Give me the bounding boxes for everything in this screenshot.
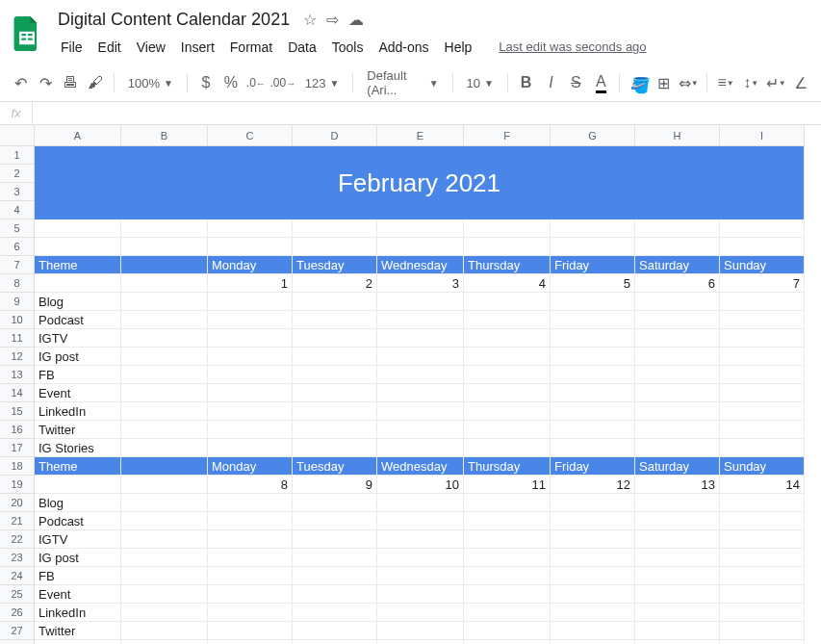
cell[interactable] — [464, 329, 551, 348]
cell[interactable] — [208, 567, 293, 585]
cell[interactable]: Twitter — [35, 622, 121, 640]
cell[interactable] — [464, 384, 551, 402]
cell[interactable] — [293, 329, 377, 348]
cell[interactable] — [551, 366, 635, 384]
cell[interactable] — [35, 476, 121, 494]
cell[interactable]: IGTV — [35, 530, 121, 549]
cell[interactable] — [551, 329, 635, 348]
cell[interactable] — [208, 348, 293, 366]
cell[interactable] — [208, 421, 293, 439]
cell[interactable]: IG Stories — [35, 640, 121, 644]
cell[interactable] — [635, 293, 720, 311]
cell[interactable] — [464, 640, 551, 644]
cell[interactable] — [464, 622, 551, 640]
cell[interactable] — [121, 640, 208, 644]
cell[interactable] — [720, 366, 805, 384]
cell[interactable] — [720, 439, 805, 457]
cell[interactable] — [377, 530, 464, 549]
cell[interactable] — [208, 384, 293, 402]
cell[interactable] — [121, 494, 208, 512]
cell[interactable]: Friday — [551, 457, 635, 476]
row-header[interactable]: 19 — [0, 476, 35, 494]
cell[interactable] — [208, 494, 293, 512]
row-header[interactable]: 2 — [0, 165, 35, 183]
row-header[interactable]: 9 — [0, 293, 35, 311]
cell[interactable] — [551, 219, 635, 238]
cell[interactable]: Blog — [35, 494, 121, 512]
cell[interactable] — [720, 219, 805, 238]
cell[interactable] — [208, 512, 293, 530]
cell[interactable] — [377, 585, 464, 604]
cell[interactable]: Theme — [35, 457, 121, 476]
cell[interactable] — [121, 311, 208, 329]
row-header[interactable]: 22 — [0, 530, 35, 549]
menu-addons[interactable]: Add-ons — [372, 36, 435, 59]
cell[interactable] — [464, 238, 551, 256]
bold-icon[interactable]: B — [515, 70, 536, 95]
move-icon[interactable]: ⇨ — [326, 11, 339, 29]
cell[interactable] — [293, 348, 377, 366]
cell[interactable] — [208, 439, 293, 457]
row-header[interactable]: 7 — [0, 256, 35, 274]
cell[interactable] — [377, 348, 464, 366]
cell[interactable] — [635, 549, 720, 567]
cell[interactable] — [293, 567, 377, 585]
cell[interactable]: Saturday — [635, 457, 720, 476]
cell[interactable]: LinkedIn — [35, 402, 121, 421]
cell[interactable]: Sunday — [720, 457, 805, 476]
row-header[interactable]: 1 — [0, 146, 35, 165]
cell[interactable] — [720, 238, 805, 256]
italic-icon[interactable]: I — [540, 70, 561, 95]
cell[interactable] — [551, 494, 635, 512]
col-header[interactable]: H — [635, 125, 720, 146]
cell[interactable] — [464, 293, 551, 311]
cell[interactable] — [551, 622, 635, 640]
cell[interactable] — [635, 585, 720, 604]
cell[interactable]: 3 — [377, 274, 464, 293]
menu-tools[interactable]: Tools — [325, 36, 371, 59]
col-header[interactable]: C — [208, 125, 293, 146]
cell[interactable] — [121, 329, 208, 348]
cell[interactable] — [551, 402, 635, 421]
cell[interactable] — [464, 366, 551, 384]
menu-view[interactable]: View — [130, 36, 172, 59]
last-edit-link[interactable]: Last edit was seconds ago — [492, 36, 653, 59]
cell[interactable] — [293, 238, 377, 256]
cell[interactable] — [208, 293, 293, 311]
cell[interactable] — [635, 421, 720, 439]
cell[interactable] — [377, 622, 464, 640]
cell[interactable] — [720, 421, 805, 439]
cell[interactable] — [293, 530, 377, 549]
cell[interactable] — [208, 549, 293, 567]
cell[interactable]: Podcast — [35, 311, 121, 329]
cell[interactable] — [377, 549, 464, 567]
cell[interactable]: IGTV — [35, 329, 121, 348]
cell[interactable]: Tuesday — [293, 457, 377, 476]
cell[interactable] — [551, 512, 635, 530]
cell[interactable] — [551, 311, 635, 329]
cell[interactable] — [377, 567, 464, 585]
cell[interactable] — [121, 366, 208, 384]
cell[interactable]: LinkedIn — [35, 604, 121, 622]
zoom-select[interactable]: 100%▼ — [122, 70, 179, 95]
cell[interactable] — [377, 494, 464, 512]
col-header[interactable]: G — [551, 125, 635, 146]
cell[interactable] — [635, 238, 720, 256]
font-size-select[interactable]: 10▼ — [461, 70, 500, 95]
wrap-icon[interactable]: ↵▼ — [765, 70, 786, 95]
cell[interactable] — [121, 512, 208, 530]
cell[interactable] — [293, 622, 377, 640]
menu-help[interactable]: Help — [438, 36, 479, 59]
cell[interactable] — [121, 439, 208, 457]
cell[interactable] — [377, 421, 464, 439]
month-banner[interactable]: February 2021 — [35, 146, 805, 219]
cell[interactable] — [35, 219, 121, 238]
cell[interactable] — [293, 311, 377, 329]
h-align-icon[interactable]: ≡▼ — [715, 70, 736, 95]
cell[interactable] — [551, 549, 635, 567]
cell[interactable]: Monday — [208, 457, 293, 476]
cell[interactable] — [377, 219, 464, 238]
star-icon[interactable]: ☆ — [303, 11, 317, 29]
redo-icon[interactable]: ↷ — [35, 70, 56, 95]
undo-icon[interactable]: ↶ — [10, 70, 31, 95]
